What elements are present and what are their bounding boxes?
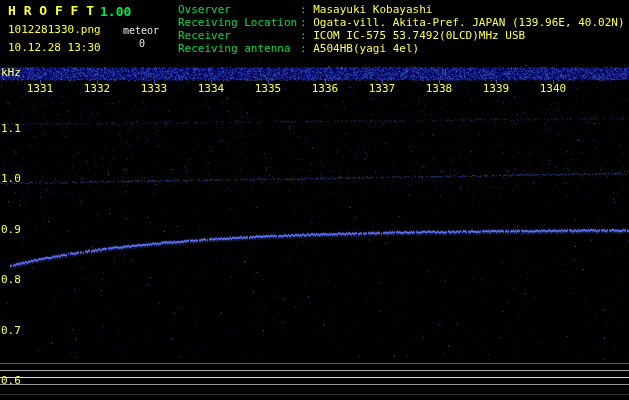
station-info-panel: Ovserver: Masayuki KobayashiReceiving Lo…	[178, 3, 625, 55]
info-label: Receiving Location	[178, 16, 300, 29]
frequency-tick-label: 1.0	[1, 172, 21, 185]
info-value: A504HB(yagi 4el)	[313, 42, 419, 55]
info-value: Masayuki Kobayashi	[313, 3, 432, 16]
observation-datetime: 10.12.28 13:30	[8, 41, 101, 54]
meteor-counter-value: 0	[139, 38, 145, 49]
frequency-unit-label: kHz	[1, 66, 21, 79]
output-filename: 1012281330.png	[8, 23, 101, 36]
frequency-tick-label: 1.1	[1, 122, 21, 135]
meteor-counter-label: meteor	[123, 25, 159, 36]
info-label: Receiver	[178, 29, 300, 42]
time-tick-label: 1338	[426, 82, 453, 95]
info-label: Ovserver	[178, 3, 300, 16]
info-row: Receiver: ICOM IC-575 53.7492(0LCD)MHz U…	[178, 29, 625, 42]
info-row: Receiving Location: Ogata-vill. Akita-Pr…	[178, 16, 625, 29]
frequency-tick-label: 0.6	[1, 374, 21, 387]
frequency-tick-label: 0.8	[1, 273, 21, 286]
time-tick-label: 1337	[369, 82, 396, 95]
app-version: 1.00	[100, 4, 131, 19]
info-label: Receiving antenna	[178, 42, 300, 55]
info-row: Receiving antenna: A504HB(yagi 4el)	[178, 42, 625, 55]
time-tick-label: 1331	[27, 82, 54, 95]
info-value: Ogata-vill. Akita-Pref. JAPAN (139.96E, …	[313, 16, 624, 29]
info-row: Ovserver: Masayuki Kobayashi	[178, 3, 625, 16]
frequency-tick-label: 0.9	[1, 223, 21, 236]
info-separator: :	[300, 16, 313, 29]
info-separator: :	[300, 42, 313, 55]
info-value: ICOM IC-575 53.7492(0LCD)MHz USB	[313, 29, 525, 42]
app-title: H R O F F T	[8, 3, 94, 18]
time-tick-label: 1340	[540, 82, 567, 95]
time-tick-label: 1335	[255, 82, 282, 95]
info-separator: :	[300, 3, 313, 16]
time-tick-label: 1332	[84, 82, 111, 95]
info-separator: :	[300, 29, 313, 42]
time-tick-label: 1333	[141, 82, 168, 95]
spectrogram-canvas	[0, 0, 629, 400]
hrofft-app-window: H R O F F T 1.00 1012281330.png meteor 0…	[0, 0, 629, 400]
time-tick-label: 1339	[483, 82, 510, 95]
time-tick-label: 1336	[312, 82, 339, 95]
frequency-tick-label: 0.7	[1, 324, 21, 337]
time-tick-label: 1334	[198, 82, 225, 95]
